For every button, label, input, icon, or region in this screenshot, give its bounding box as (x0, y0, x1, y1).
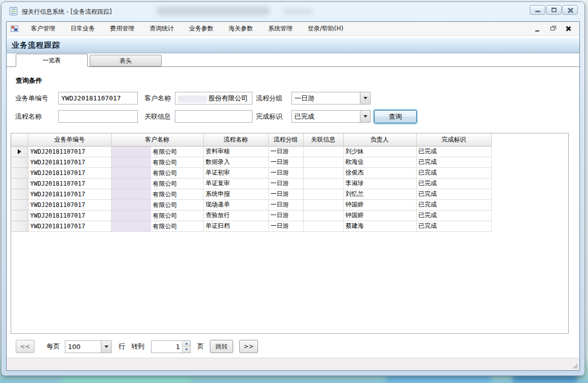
column-header[interactable]: 关联信息 (303, 133, 343, 146)
cell-owner[interactable]: 欧海业 (343, 157, 416, 167)
table-row[interactable]: YWDJ20181107017有限公司现场递单一日游钟国娇已完成 (11, 199, 569, 210)
cell-owner[interactable]: 蔡建海 (343, 221, 416, 231)
menu-item-login-help[interactable]: 登录/帮助(H) (300, 22, 351, 36)
cell-order_no[interactable]: YWDJ20181107017 (28, 178, 111, 189)
cell-order_no[interactable]: YWDJ20181107017 (28, 210, 111, 221)
cell-complete[interactable]: 已完成 (416, 167, 491, 178)
spin-down-button[interactable] (182, 347, 190, 353)
cell-customer[interactable]: 有限公司 (111, 167, 203, 178)
row-selector-cell[interactable] (11, 189, 28, 199)
cell-related_info[interactable] (303, 157, 343, 167)
menu-item-customer[interactable]: 客户管理 (23, 22, 63, 36)
cell-owner[interactable]: 钟国娇 (343, 210, 416, 221)
cell-owner[interactable]: 徐俊杰 (343, 167, 416, 178)
cell-related_info[interactable] (303, 199, 343, 210)
menu-item-system[interactable]: 系统管理 (261, 22, 300, 36)
prev-page-button[interactable]: << (16, 340, 34, 353)
cell-customer[interactable]: 有限公司 (111, 157, 203, 167)
table-row[interactable]: YWDJ20181107017有限公司资料审核一日游刘少妹已完成 (11, 146, 569, 157)
cell-customer[interactable]: 有限公司 (111, 189, 203, 199)
cell-complete[interactable]: 已完成 (416, 210, 491, 221)
cell-flow_group[interactable]: 一日游 (268, 157, 303, 167)
table-row[interactable]: YWDJ20181107017有限公司系统申报一日游刘忆兰已完成 (11, 189, 569, 199)
cell-flow_name[interactable]: 查验放行 (203, 210, 268, 221)
column-header[interactable]: 流程分组 (268, 133, 303, 146)
spin-up-button[interactable] (182, 341, 190, 347)
cell-related_info[interactable] (303, 210, 343, 221)
cell-complete[interactable]: 已完成 (416, 157, 491, 167)
flow-name-input[interactable] (58, 110, 138, 123)
column-header[interactable]: 客户名称 (111, 133, 203, 146)
close-button[interactable] (562, 5, 578, 15)
cell-flow_group[interactable]: 一日游 (268, 167, 303, 178)
cell-flow_name[interactable]: 系统申报 (203, 189, 268, 199)
cell-owner[interactable]: 钟国娇 (343, 199, 416, 210)
row-selector-cell[interactable] (11, 199, 28, 210)
menu-item-query-stats[interactable]: 查询统计 (142, 22, 181, 36)
jump-button[interactable]: 跳转 (210, 340, 233, 353)
cell-flow_group[interactable]: 一日游 (268, 189, 303, 199)
cell-customer[interactable]: 有限公司 (111, 178, 203, 189)
cell-order_no[interactable]: YWDJ20181107017 (28, 221, 111, 231)
complete-flag-dropdown-button[interactable] (360, 111, 370, 122)
per-page-select[interactable]: 100 (65, 340, 112, 353)
column-header[interactable]: 完成标识 (416, 133, 491, 146)
cell-related_info[interactable] (303, 178, 343, 189)
titlebar[interactable]: 报关行信息系统 - [业务流程跟踪] (2, 2, 584, 21)
table-row[interactable]: YWDJ20181107017有限公司数据录入一日游欧海业已完成 (11, 157, 569, 167)
cell-flow_name[interactable]: 单证复审 (203, 178, 268, 189)
cell-complete[interactable]: 已完成 (416, 221, 491, 231)
next-page-button[interactable]: >> (239, 340, 258, 353)
cell-order_no[interactable]: YWDJ20181107017 (28, 199, 111, 210)
menu-item-customs-params[interactable]: 海关参数 (221, 22, 261, 36)
minimize-button[interactable] (530, 5, 545, 15)
cell-complete[interactable]: 已完成 (416, 178, 491, 189)
cell-order_no[interactable]: YWDJ20181107017 (28, 189, 111, 199)
flow-group-dropdown-button[interactable] (360, 92, 370, 104)
cell-order_no[interactable]: YWDJ20181107017 (28, 146, 111, 157)
row-selector-header[interactable] (11, 133, 28, 146)
cell-customer[interactable]: 有限公司 (111, 221, 203, 231)
cell-complete[interactable]: 已完成 (416, 146, 491, 157)
mdi-close-button[interactable] (563, 25, 572, 33)
cell-complete[interactable]: 已完成 (416, 189, 491, 199)
table-row[interactable]: YWDJ20181107017有限公司单证归档一日游蔡建海已完成 (11, 221, 569, 231)
resize-grip[interactable] (573, 364, 578, 369)
tab-overview[interactable]: 一览表 (16, 54, 88, 67)
column-header[interactable]: 流程名称 (203, 133, 268, 146)
complete-flag-select[interactable]: 已完成 (291, 110, 371, 123)
table-row[interactable]: YWDJ20181107017有限公司单证复审一日游李淑珍已完成 (11, 178, 569, 189)
menu-item-fee[interactable]: 费用管理 (102, 22, 142, 36)
row-selector-cell[interactable] (11, 178, 28, 189)
cell-flow_group[interactable]: 一日游 (268, 221, 303, 231)
row-selector-cell[interactable] (11, 221, 28, 231)
menu-item-daily[interactable]: 日常业务 (63, 22, 102, 36)
cell-customer[interactable]: 有限公司 (111, 210, 203, 221)
tab-header[interactable]: 表头 (90, 55, 162, 66)
cell-owner[interactable]: 李淑珍 (343, 178, 416, 189)
page-number-stepper[interactable]: 1 (151, 340, 191, 353)
search-button[interactable]: 查询 (374, 110, 417, 123)
cell-customer[interactable]: 有限公司 (111, 199, 203, 210)
column-header[interactable]: 业务单编号 (28, 133, 111, 146)
cell-flow_name[interactable]: 单证归档 (203, 221, 268, 231)
cell-order_no[interactable]: YWDJ20181107017 (28, 157, 111, 167)
cell-flow_group[interactable]: 一日游 (268, 146, 303, 157)
row-selector-cell[interactable] (11, 210, 28, 221)
per-page-dropdown-button[interactable] (101, 341, 111, 353)
cell-related_info[interactable] (303, 221, 343, 231)
cell-related_info[interactable] (303, 189, 343, 199)
related-info-input[interactable] (175, 110, 252, 123)
table-row[interactable]: YWDJ20181107017有限公司单证初审一日游徐俊杰已完成 (11, 167, 569, 178)
column-header[interactable]: 负责人 (343, 133, 416, 146)
cell-flow_group[interactable]: 一日游 (268, 199, 303, 210)
row-selector-cell[interactable] (11, 167, 28, 178)
row-selector-cell[interactable] (11, 146, 28, 157)
menu-item-biz-params[interactable]: 业务参数 (181, 22, 221, 36)
cell-flow_name[interactable]: 资料审核 (203, 146, 268, 157)
cell-related_info[interactable] (303, 146, 343, 157)
flow-group-select[interactable]: 一日游 (291, 92, 371, 105)
cell-flow_name[interactable]: 现场递单 (203, 199, 268, 210)
cell-complete[interactable]: 已完成 (416, 199, 491, 210)
order-no-input[interactable] (58, 92, 138, 105)
